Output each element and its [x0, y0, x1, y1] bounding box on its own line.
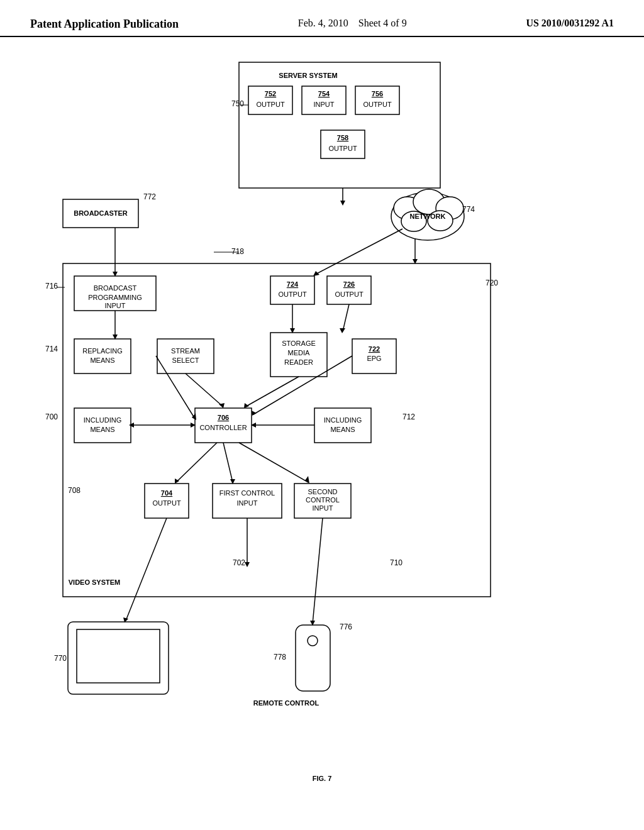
svg-marker-72: [340, 201, 345, 206]
svg-text:CONTROL: CONTROL: [306, 496, 340, 504]
svg-text:OUTPUT: OUTPUT: [278, 290, 307, 298]
svg-text:OUTPUT: OUTPUT: [152, 499, 181, 507]
figure-caption: FIG. 7: [313, 775, 332, 782]
svg-text:754: 754: [318, 90, 330, 97]
svg-text:756: 756: [372, 90, 383, 97]
svg-text:STORAGE: STORAGE: [282, 340, 316, 347]
remote-control-label: REMOTE CONTROL: [253, 699, 319, 707]
label-750: 750: [231, 99, 244, 108]
svg-text:706: 706: [218, 414, 229, 421]
patent-diagram: SERVER SYSTEM 752 OUTPUT 754 INPUT 756 O…: [0, 37, 644, 804]
svg-text:INPUT: INPUT: [314, 101, 335, 108]
label-772: 772: [143, 192, 156, 201]
label-702: 702: [233, 558, 245, 567]
svg-text:BROADCAST: BROADCAST: [94, 284, 137, 292]
svg-text:MEDIA: MEDIA: [288, 349, 311, 357]
label-700: 700: [45, 412, 58, 421]
svg-text:INPUT: INPUT: [105, 302, 126, 309]
svg-text:READER: READER: [284, 358, 313, 366]
label-716: 716: [45, 282, 58, 290]
svg-text:758: 758: [337, 134, 348, 141]
svg-text:FIRST CONTROL: FIRST CONTROL: [219, 489, 275, 497]
svg-text:NETWORK: NETWORK: [410, 213, 446, 220]
svg-text:REPLACING: REPLACING: [82, 347, 123, 355]
label-718: 718: [231, 247, 244, 256]
svg-text:EPG: EPG: [367, 355, 381, 362]
publication-title: Patent Application Publication: [30, 18, 179, 31]
label-708: 708: [68, 486, 80, 495]
patent-number: US 2010/0031292 A1: [526, 18, 614, 29]
svg-text:704: 704: [161, 489, 173, 497]
label-714: 714: [45, 345, 58, 353]
label-776: 776: [340, 622, 352, 631]
label-778: 778: [274, 653, 286, 661]
svg-text:722: 722: [369, 345, 380, 353]
svg-text:INPUT: INPUT: [313, 504, 333, 512]
label-774: 774: [462, 205, 475, 214]
svg-text:CONTROLLER: CONTROLLER: [199, 424, 247, 431]
svg-text:MEANS: MEANS: [330, 426, 355, 433]
label-710: 710: [390, 558, 402, 567]
svg-text:726: 726: [343, 280, 355, 288]
label-770: 770: [54, 654, 67, 663]
svg-text:BROADCASTER: BROADCASTER: [74, 209, 128, 217]
svg-text:OUTPUT: OUTPUT: [256, 101, 285, 108]
label-712: 712: [402, 412, 415, 421]
svg-rect-69: [296, 625, 330, 691]
svg-text:752: 752: [265, 90, 276, 97]
svg-text:PROGRAMMING: PROGRAMMING: [88, 294, 142, 301]
svg-text:SELECT: SELECT: [172, 357, 199, 364]
video-system-label: VIDEO SYSTEM: [69, 578, 121, 586]
svg-text:724: 724: [287, 280, 299, 288]
svg-text:SECOND: SECOND: [308, 488, 337, 495]
svg-text:STREAM: STREAM: [171, 347, 200, 355]
svg-text:MEANS: MEANS: [90, 426, 114, 433]
svg-text:OUTPUT: OUTPUT: [335, 290, 364, 298]
svg-text:INPUT: INPUT: [237, 499, 258, 507]
svg-text:OUTPUT: OUTPUT: [328, 145, 357, 152]
label-720: 720: [486, 279, 498, 287]
page-header: Patent Application Publication Feb. 4, 2…: [0, 0, 644, 37]
svg-text:INCLUDING: INCLUDING: [324, 416, 362, 424]
svg-text:INCLUDING: INCLUDING: [84, 416, 122, 424]
diagram-area: SERVER SYSTEM 752 OUTPUT 754 INPUT 756 O…: [0, 37, 644, 804]
server-system-label: SERVER SYSTEM: [279, 72, 337, 79]
svg-rect-0: [239, 62, 440, 188]
svg-text:OUTPUT: OUTPUT: [363, 101, 392, 108]
date-sheet: Feb. 4, 2010 Sheet 4 of 9: [298, 18, 407, 29]
svg-text:MEANS: MEANS: [90, 357, 114, 364]
